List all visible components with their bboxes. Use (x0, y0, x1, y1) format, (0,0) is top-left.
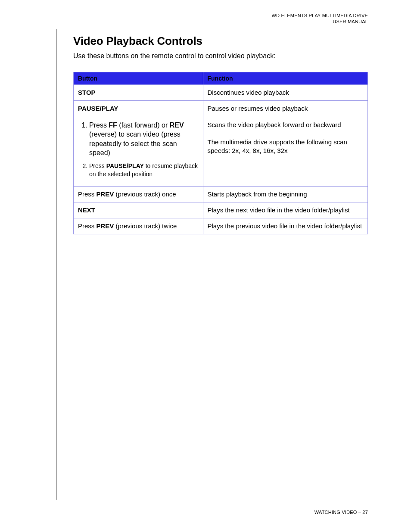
section-intro: Use these buttons on the remote control … (73, 52, 368, 60)
table-row: STOPDiscontinues video playback (74, 85, 368, 101)
col-header-function: Function (203, 72, 367, 85)
manual-page: WD ELEMENTS PLAY MULTIMEDIA DRIVE USER M… (0, 0, 411, 532)
table-row: Press FF (fast forward) or REV (reverse)… (74, 117, 368, 186)
cell-function: Pauses or resumes video playback (203, 101, 367, 117)
section-title: Video Playback Controls (73, 34, 368, 48)
table-row: NEXTPlays the next video file in the vid… (74, 202, 368, 218)
cell-button: Press FF (fast forward) or REV (reverse)… (74, 117, 203, 186)
table-row: Press PREV (previous track) onceStarts p… (74, 186, 368, 202)
table-header-row: Button Function (74, 72, 368, 85)
page-footer: WATCHING VIDEO – 27 (314, 510, 368, 515)
controls-table: Button Function STOPDiscontinues video p… (73, 72, 368, 234)
margin-rule (56, 29, 56, 500)
content-area: Video Playback Controls Use these button… (73, 34, 368, 234)
footer-page-number: 27 (362, 510, 368, 515)
table-row: PAUSE/PLAYPauses or resumes video playba… (74, 101, 368, 117)
footer-separator: – (357, 510, 363, 515)
cell-function: Discontinues video playback (203, 85, 367, 101)
table-row: Press PREV (previous track) twicePlays t… (74, 218, 368, 234)
cell-function: Plays the previous video file in the vid… (203, 218, 367, 234)
header-line-1: WD ELEMENTS PLAY MULTIMEDIA DRIVE (271, 13, 368, 19)
header-line-2: USER MANUAL (271, 19, 368, 25)
cell-button: Press PREV (previous track) twice (74, 218, 203, 234)
cell-function: Plays the next video file in the video f… (203, 202, 367, 218)
col-header-button: Button (74, 72, 203, 85)
cell-button: PAUSE/PLAY (74, 101, 203, 117)
cell-button: NEXT (74, 202, 203, 218)
footer-section-label: WATCHING VIDEO (314, 510, 357, 515)
cell-button: Press PREV (previous track) once (74, 186, 203, 202)
cell-function: Scans the video playback forward or back… (203, 117, 367, 186)
page-header: WD ELEMENTS PLAY MULTIMEDIA DRIVE USER M… (271, 13, 368, 25)
cell-button: STOP (74, 85, 203, 101)
cell-function: Starts playback from the beginning (203, 186, 367, 202)
